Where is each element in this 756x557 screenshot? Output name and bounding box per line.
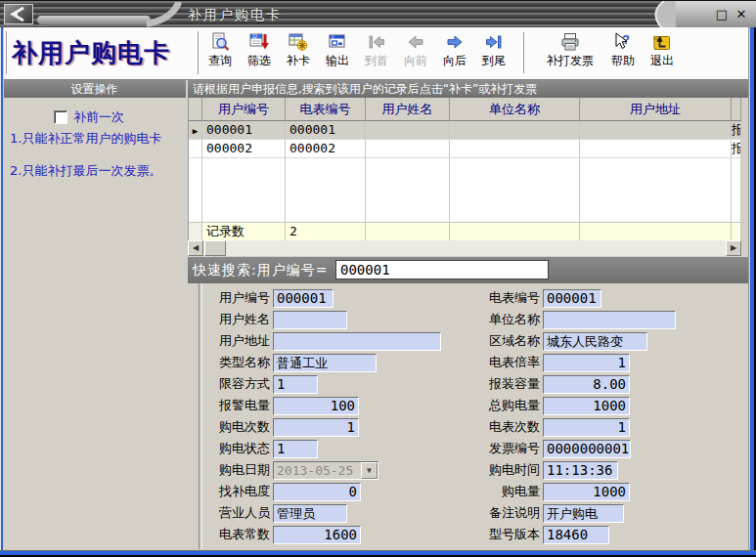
window-title: 补用户购电卡 bbox=[188, 7, 282, 24]
field-label: 类型名称 bbox=[200, 354, 270, 371]
user-name-field[interactable] bbox=[273, 311, 347, 329]
toolbar-label: 筛选 bbox=[247, 54, 271, 67]
field-label: 购电时间 bbox=[469, 461, 540, 479]
type-name-field[interactable]: 普通工业 bbox=[273, 354, 377, 372]
column-header: 用户编号 bbox=[202, 98, 286, 121]
grid-row[interactable]: 000002 000002 报 bbox=[189, 140, 741, 158]
field-label: 备注说明 bbox=[469, 504, 540, 522]
help-button[interactable]: ? 帮助 bbox=[603, 30, 643, 67]
rewrite-card-icon bbox=[289, 30, 308, 54]
maximize-button[interactable]: □ bbox=[714, 7, 730, 22]
toolbar-label: 退出 bbox=[650, 54, 674, 67]
grid-row-selected[interactable]: ▶ 000001 000001 报 bbox=[189, 121, 741, 140]
scroll-left-button[interactable]: ◀ bbox=[188, 240, 203, 256]
capacity-limit-mode-field[interactable]: 1 bbox=[273, 375, 318, 394]
reprint-invoice-button[interactable]: 补打发票 bbox=[537, 30, 603, 67]
checkbox-icon bbox=[54, 110, 67, 124]
summary-gutter bbox=[189, 223, 202, 240]
window-border-bottom bbox=[0, 550, 756, 557]
installed-capacity-field[interactable]: 8.00 bbox=[543, 375, 630, 394]
toolbar-label: 补卡 bbox=[287, 54, 310, 67]
grid-horizontal-scrollbar[interactable]: ◀ ▶ bbox=[188, 240, 741, 256]
quick-search-input[interactable] bbox=[335, 260, 549, 279]
purchase-energy-field[interactable]: 1000 bbox=[543, 483, 630, 501]
purchase-time-field[interactable]: 11:13:36 bbox=[543, 461, 618, 480]
meter-count-field[interactable]: 1 bbox=[543, 418, 630, 437]
field-label: 电表倍率 bbox=[469, 354, 540, 371]
toolbar-label: 查询 bbox=[208, 54, 232, 67]
column-header-clipped bbox=[732, 98, 741, 121]
grid-empty-area bbox=[189, 158, 741, 222]
meter-ratio-field[interactable]: 1 bbox=[543, 354, 630, 372]
sidebar-note: 2.只能补打最后一次发票。 bbox=[10, 162, 161, 180]
dropdown-arrow-icon[interactable]: ▼ bbox=[361, 462, 378, 479]
field-label: 电表常数 bbox=[200, 526, 270, 543]
purchase-date-combo[interactable]: 2013-05-25 ▼ bbox=[273, 461, 378, 480]
remark-field[interactable]: 开户购电 bbox=[543, 504, 624, 523]
purchase-count-field[interactable]: 1 bbox=[273, 418, 359, 437]
rewrite-card-button[interactable]: 补卡 bbox=[279, 30, 318, 67]
checkbox-label: 补前一次 bbox=[73, 108, 124, 126]
invoice-number-field[interactable]: 0000000001 bbox=[543, 440, 631, 458]
user-id-field[interactable]: 000001 bbox=[273, 289, 334, 308]
app-window: 补用户购电卡 □ ✕ 补用户购电卡 bbox=[0, 0, 756, 557]
field-label: 购电次数 bbox=[200, 418, 270, 436]
scrollbar-thumb[interactable] bbox=[204, 240, 226, 256]
app-logo-icon bbox=[4, 4, 33, 24]
close-button[interactable]: ✕ bbox=[734, 7, 749, 22]
model-version-field[interactable]: 18460 bbox=[543, 526, 609, 544]
field-label: 总购电量 bbox=[469, 397, 540, 414]
field-label: 限容方式 bbox=[200, 375, 270, 393]
field-label: 用户姓名 bbox=[200, 311, 270, 328]
scroll-right-button[interactable]: ▶ bbox=[726, 240, 741, 256]
column-header: 用户地址 bbox=[580, 98, 732, 121]
grid-cell: 000002 bbox=[286, 140, 366, 157]
last-record-button[interactable]: 到尾 bbox=[474, 30, 513, 67]
sidebar: 补前一次 1.只能补正常用户的购电卡 2.只能补打最后一次发票。 bbox=[3, 98, 186, 549]
region-name-field[interactable]: 城东人民路变 bbox=[543, 332, 647, 351]
purchase-status-field[interactable]: 1 bbox=[273, 440, 318, 458]
next-record-button[interactable]: 向后 bbox=[435, 30, 474, 67]
adjust-energy-field[interactable]: 0 bbox=[273, 483, 361, 501]
export-button[interactable]: D 输出 bbox=[318, 30, 357, 67]
field-label: 购电日期 bbox=[200, 461, 270, 479]
meter-id-field[interactable]: 000001 bbox=[543, 289, 601, 308]
filter-button[interactable]: 12 筛选 bbox=[240, 30, 279, 67]
field-label: 发票编号 bbox=[469, 440, 540, 457]
record-count-label: 记录数 bbox=[202, 223, 286, 240]
quick-search-bar: 快速搜索:用户编号= bbox=[188, 257, 748, 283]
toolbar-separator bbox=[523, 32, 527, 73]
refill-previous-checkbox[interactable]: 补前一次 bbox=[54, 108, 124, 126]
grid-summary-row: 记录数 2 bbox=[189, 222, 741, 240]
grid-cell: 000002 bbox=[202, 140, 286, 157]
last-record-icon bbox=[484, 30, 504, 54]
company-name-field[interactable] bbox=[543, 311, 676, 329]
field-label: 购电量 bbox=[469, 483, 540, 500]
query-button[interactable]: 查询 bbox=[200, 30, 240, 67]
detail-form: 用户编号000001 用户姓名 用户地址 类型名称普通工业 限容方式1 报警电量… bbox=[188, 283, 748, 549]
alarm-energy-field[interactable]: 100 bbox=[273, 397, 359, 415]
grid-cell-clipped: 报 bbox=[732, 121, 741, 139]
field-label: 找补电度 bbox=[200, 483, 270, 500]
field-label: 电表次数 bbox=[469, 418, 540, 436]
operator-field[interactable]: 管理员 bbox=[273, 504, 347, 523]
titlebar-swoosh bbox=[37, 16, 151, 24]
grid-cell bbox=[580, 140, 732, 157]
field-label: 营业人员 bbox=[200, 504, 270, 522]
grid-header-gutter bbox=[189, 98, 202, 121]
toolbar-label: 到尾 bbox=[482, 54, 506, 67]
filter-icon: 12 bbox=[249, 30, 269, 54]
first-record-button[interactable]: 到首 bbox=[357, 30, 396, 67]
exit-button[interactable]: 退出 bbox=[643, 30, 682, 67]
toolbar-label: 输出 bbox=[326, 54, 349, 67]
row-selector-cell: ▶ bbox=[189, 121, 202, 139]
exit-icon bbox=[652, 30, 672, 54]
field-label: 用户编号 bbox=[200, 289, 270, 307]
previous-record-icon bbox=[406, 30, 425, 54]
field-label: 购电状态 bbox=[200, 440, 270, 457]
meter-constant-field[interactable]: 1600 bbox=[273, 526, 361, 544]
user-address-field[interactable] bbox=[273, 332, 441, 351]
total-energy-field[interactable]: 1000 bbox=[543, 397, 630, 415]
previous-record-button[interactable]: 向前 bbox=[396, 30, 435, 67]
help-icon: ? bbox=[613, 30, 633, 54]
